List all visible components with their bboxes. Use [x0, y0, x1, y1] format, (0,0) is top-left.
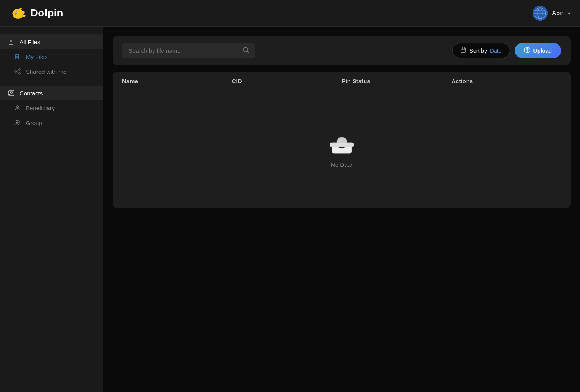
col-cid: CID: [232, 78, 342, 84]
main-content: Sort by Date Upload Name: [103, 27, 580, 392]
sort-label-prefix: Sort by: [470, 48, 487, 54]
my-files-label: My Files: [26, 54, 48, 60]
svg-point-20: [15, 71, 16, 72]
search-input[interactable]: [122, 43, 255, 58]
svg-line-21: [16, 70, 19, 72]
svg-point-29: [16, 121, 18, 123]
svg-rect-15: [15, 55, 19, 59]
file-icon: [8, 38, 15, 45]
person-icon: [14, 104, 21, 111]
no-data-text: No Data: [331, 161, 352, 168]
no-data-icon: [328, 132, 356, 155]
all-files-label: All Files: [20, 39, 40, 45]
table-container: Name CID Pin Status Actions No D: [113, 72, 571, 208]
contacts-label: Contacts: [20, 90, 43, 97]
col-name: Name: [122, 78, 232, 84]
search-icon: [242, 47, 250, 55]
sidebar-item-shared-with-me[interactable]: Shared with me: [0, 64, 103, 79]
svg-point-3: [16, 12, 17, 13]
sidebar-divider-1: [0, 82, 103, 82]
svg-point-27: [11, 91, 13, 93]
svg-point-19: [19, 73, 20, 74]
beneficiary-label: Beneficiary: [26, 105, 55, 111]
svg-point-4: [15, 13, 16, 15]
sidebar-item-beneficiary[interactable]: Beneficiary: [0, 100, 103, 115]
share-icon: [14, 68, 21, 75]
sidebar-item-my-files[interactable]: My Files: [0, 49, 103, 64]
no-data-container: No Data: [328, 132, 356, 168]
sort-by-date-button[interactable]: Sort by Date: [452, 43, 510, 58]
calendar-icon: [460, 47, 467, 54]
my-files-icon: [14, 53, 21, 60]
col-pin-status: Pin Status: [342, 78, 452, 84]
group-label: Group: [26, 120, 42, 126]
toolbar: Sort by Date Upload: [113, 36, 571, 65]
svg-rect-33: [461, 48, 466, 52]
username-label: Abir: [552, 10, 563, 17]
table-header: Name CID Pin Status Actions: [113, 72, 571, 91]
header: Dolpin Abir ▾: [0, 0, 580, 27]
svg-point-30: [18, 121, 20, 122]
sidebar-item-group[interactable]: Group: [0, 115, 103, 130]
col-actions: Actions: [451, 78, 561, 84]
contacts-icon: [8, 89, 15, 97]
header-right: Abir ▾: [533, 6, 571, 21]
sort-label-date: Date: [490, 48, 502, 54]
toolbar-right: Sort by Date Upload: [452, 43, 561, 58]
sidebar-item-contacts[interactable]: Contacts: [0, 86, 103, 100]
logo: Dolpin: [9, 5, 63, 22]
layout: All Files My Files: [0, 27, 580, 392]
upload-label: Upload: [533, 48, 552, 54]
group-icon: [14, 119, 21, 126]
user-menu-chevron[interactable]: ▾: [568, 10, 571, 16]
upload-icon: [524, 47, 530, 54]
app-name: Dolpin: [31, 7, 63, 19]
svg-line-22: [16, 72, 19, 73]
avatar: [533, 6, 548, 21]
sidebar-item-all-files[interactable]: All Files: [0, 34, 103, 49]
search-wrapper: [122, 43, 255, 58]
shared-with-me-label: Shared with me: [26, 68, 66, 75]
sidebar: All Files My Files: [0, 27, 103, 392]
upload-button[interactable]: Upload: [515, 43, 561, 58]
svg-point-28: [16, 106, 19, 108]
logo-icon: [9, 5, 27, 22]
svg-point-18: [19, 69, 20, 70]
svg-line-32: [247, 51, 249, 53]
table-body: No Data: [113, 91, 571, 208]
